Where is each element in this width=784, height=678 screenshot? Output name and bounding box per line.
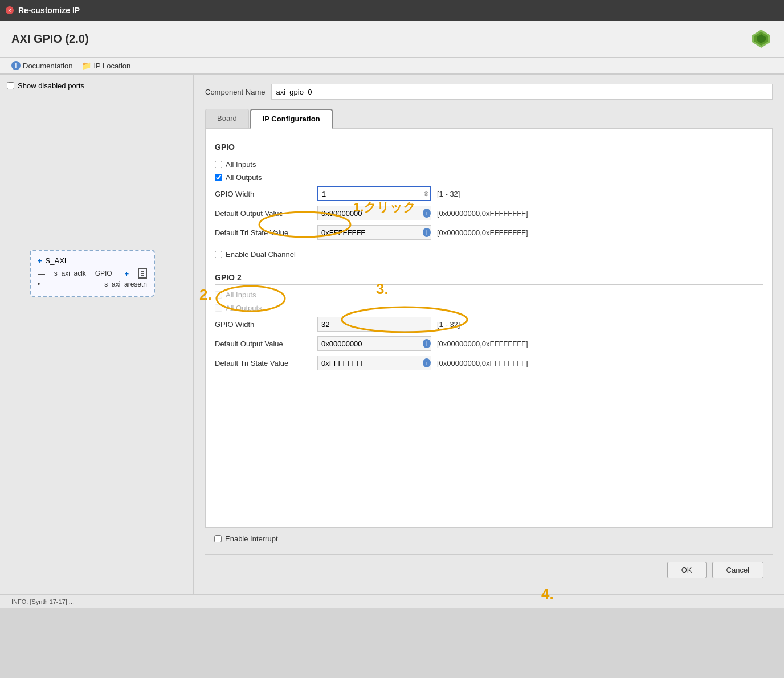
all-outputs-row: All Outputs [215,173,763,182]
gpio-width-input-container: ⊗ [317,186,431,201]
tab-board[interactable]: Board [205,109,249,128]
documentation-label: Documentation [23,62,72,70]
tabs-container: Board IP Configuration [205,109,773,129]
all-inputs-row: All Inputs [215,160,763,169]
dialog-footer: OK Cancel [205,554,773,585]
gpio2-section-title: GPIO 2 [215,273,763,285]
gpio-plus-icon: + [125,269,129,278]
s-axi-aresetn-label: s_axi_aresetn [104,280,147,288]
gpio2-all-outputs-row: All Outputs [215,304,763,312]
folder-icon: 📁 [81,61,91,70]
default-tristate-row: Default Tri State Value i [0x00000000,0x… [215,225,763,240]
cancel-button[interactable]: Cancel [712,562,763,578]
gpio-width-label: GPIO Width [215,190,317,198]
component-name-label: Component Name [205,88,266,96]
s-axi-aclk-row: — s_axi_aclk GPIO + [38,268,147,279]
ok-button[interactable]: OK [667,562,707,578]
gpio-width-input[interactable] [318,190,421,198]
default-tristate-input[interactable] [318,228,420,237]
gpio2-all-outputs-checkbox [215,304,222,312]
documentation-button[interactable]: i Documentation [11,61,72,70]
gpio2-all-inputs-label: All Inputs [226,291,256,299]
gpio-width-range: [1 - 32] [437,190,460,198]
enable-dual-channel-label: Enable Dual Channel [226,250,296,259]
xilinx-logo [750,27,773,50]
gpio2-default-tristate-label: Default Tri State Value [215,359,317,367]
gpio-width-row: GPIO Width ⊗ [1 - 32] [215,186,763,201]
gpio-width-clear-btn[interactable]: ⊗ [421,189,431,199]
right-panel: Component Name Board IP Configuration GP… [194,75,784,594]
enable-dual-channel-row: Enable Dual Channel [215,250,763,259]
show-disabled-ports-checkbox[interactable] [7,82,14,89]
default-output-range: [0x00000000,0xFFFFFFFF] [437,209,528,218]
all-inputs-checkbox[interactable] [215,161,222,168]
default-output-input[interactable] [318,209,420,218]
config-panel: GPIO All Inputs All Outputs GPIO Width ⊗… [205,129,773,528]
default-output-info-icon[interactable]: i [423,209,431,218]
gpio2-default-output-label: Default Output Value [215,340,317,348]
tab-board-label: Board [217,114,237,122]
show-disabled-ports-label: Show disabled ports [18,81,84,90]
gpio2-default-tristate-input[interactable] [318,359,420,367]
app-header: AXI GPIO (2.0) [0,21,784,58]
ip-location-button[interactable]: 📁 IP Location [81,61,130,70]
enable-interrupt-row: Enable Interrupt [205,528,773,550]
default-tristate-range: [0x00000000,0xFFFFFFFF] [437,228,528,237]
default-tristate-info-icon[interactable]: i [423,228,431,237]
gpio2-width-input[interactable] [317,317,431,332]
component-diagram: + S_AXI — s_axi_aclk GPIO + • s_axi_ares… [30,250,155,297]
enable-interrupt-label: Enable Interrupt [225,534,278,543]
gpio2-width-range: [1 - 32] [437,320,460,329]
gpio2-width-label: GPIO Width [215,320,317,329]
app-title: AXI GPIO (2.0) [11,32,89,46]
status-text: INFO: [Synth 17-17] ... [11,598,74,605]
gpio2-default-output-range: [0x00000000,0xFFFFFFFF] [437,340,528,348]
left-panel: Show disabled ports + S_AXI — s_axi_aclk… [0,75,194,594]
status-bar: INFO: [Synth 17-17] ... [0,594,784,608]
enable-interrupt-checkbox[interactable] [214,535,222,542]
default-output-row: Default Output Value i [0x00000000,0xFFF… [215,206,763,220]
gpio2-default-tristate-range: [0x00000000,0xFFFFFFFF] [437,359,528,367]
all-outputs-label: All Outputs [226,173,262,182]
dialog-title: Re-customize IP [18,6,80,15]
port-bar [138,268,147,279]
gpio2-all-outputs-label: All Outputs [226,304,262,312]
all-inputs-label: All Inputs [226,160,256,169]
toolbar: i Documentation 📁 IP Location [0,58,784,75]
show-disabled-ports-row: Show disabled ports [7,81,186,90]
default-tristate-label: Default Tri State Value [215,228,317,237]
enable-dual-channel-checkbox[interactable] [215,251,222,258]
minus-icon: — [38,269,45,278]
ip-location-label: IP Location [93,62,130,70]
default-output-label: Default Output Value [215,209,317,218]
title-bar: × Re-customize IP [0,0,784,21]
info-icon: i [11,61,21,70]
gpio2-default-tristate-info-icon[interactable]: i [423,358,431,367]
component-name-row: Component Name [205,84,773,100]
s-axi-label: S_AXI [46,256,67,265]
gpio-label: GPIO [95,269,112,277]
gpio2-default-tristate-row: Default Tri State Value i [0x00000000,0x… [215,356,763,370]
gpio2-default-output-input[interactable] [318,340,420,348]
main-content: 1.クリック 2. 3. 4. Show disabled ports + S_… [0,75,784,594]
gpio-section-title: GPIO [215,142,763,154]
close-button[interactable]: × [6,6,14,14]
gpio2-width-row: GPIO Width [1 - 32] [215,317,763,332]
s-axi-aclk-label: s_axi_aclk [54,269,86,277]
plus-icon: + [38,256,42,265]
gpio2-default-output-info-icon[interactable]: i [423,339,431,348]
component-name-input[interactable] [271,84,773,100]
gpio2-default-output-row: Default Output Value i [0x00000000,0xFFF… [215,336,763,351]
s-axi-aresetn-row: • s_axi_aresetn [38,280,147,288]
tab-ip-configuration[interactable]: IP Configuration [250,109,333,129]
tab-ip-configuration-label: IP Configuration [263,115,320,123]
all-outputs-checkbox[interactable] [215,174,222,181]
gpio2-all-inputs-checkbox [215,291,222,299]
gpio2-all-inputs-row: All Inputs [215,291,763,299]
